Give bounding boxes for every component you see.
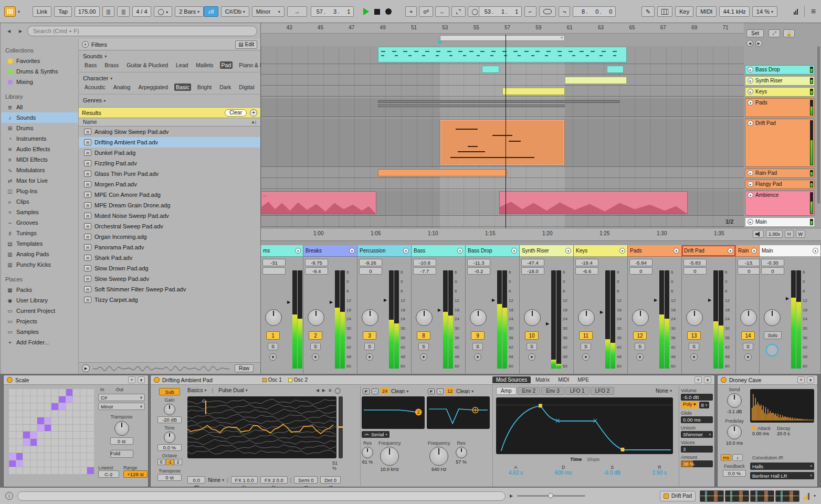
- chevron-circle-icon[interactable]: ▾: [403, 248, 409, 254]
- status-play-icon[interactable]: ▶: [510, 494, 513, 498]
- scale-grid-cell[interactable]: [80, 417, 87, 424]
- volume-display[interactable]: 0: [761, 267, 784, 275]
- beat-time-ruler[interactable]: 434547495153555759616365676971: [261, 23, 744, 34]
- track-activator-button[interactable]: 1: [266, 331, 280, 340]
- root-note-menu[interactable]: C#/Db▾: [221, 6, 249, 17]
- sidebar-item-tunings[interactable]: ♯Tunings: [1, 228, 78, 238]
- track-lane-synth-riser[interactable]: [261, 76, 744, 86]
- filter-tag-digital[interactable]: Digital: [237, 83, 256, 91]
- scale-grid-cell[interactable]: [23, 439, 30, 446]
- pan-knob[interactable]: [686, 309, 703, 326]
- scale-grid-cell[interactable]: [23, 417, 30, 424]
- scale-grid-cell[interactable]: [23, 453, 30, 460]
- draw-mode-toggle[interactable]: ⌞⌝: [451, 6, 465, 17]
- new-button[interactable]: +: [405, 6, 417, 17]
- track-header-pads[interactable]: ▾Pads: [745, 98, 815, 117]
- scale-grid-cell[interactable]: [51, 417, 58, 424]
- results-column-header[interactable]: Name ▲|: [79, 118, 260, 127]
- sidebar-item-templates[interactable]: ▤Templates: [1, 238, 78, 249]
- scale-grid-cell[interactable]: [45, 411, 51, 417]
- volume-display[interactable]: 0: [629, 267, 652, 275]
- list-item[interactable]: ▤Drifting Ambient Pad.adv: [79, 137, 260, 148]
- scale-grid-cell[interactable]: [51, 425, 58, 432]
- scale-grid-cell[interactable]: [87, 403, 94, 410]
- scale-grid-cell[interactable]: [45, 467, 51, 474]
- list-item[interactable]: ▤Glass Thin Pure Pad.adv: [79, 169, 260, 179]
- link-button[interactable]: Link: [33, 6, 51, 17]
- scale-grid-cell[interactable]: [9, 417, 16, 424]
- save-preset-icon[interactable]: ▾: [704, 376, 711, 383]
- loop-start-display[interactable]: 53. 1. 1: [479, 6, 522, 17]
- device-activator-toggle[interactable]: [721, 377, 727, 383]
- scale-grid-cell[interactable]: [59, 453, 66, 460]
- scale-grid-cell[interactable]: [45, 446, 51, 453]
- zoom-level-display[interactable]: 1.00x: [766, 230, 783, 238]
- scale-grid-cell[interactable]: [87, 411, 94, 417]
- list-item[interactable]: ▤Slow Sweep Pad.adv: [79, 274, 260, 284]
- sidebar-item-drums[interactable]: ⊞Drums: [1, 123, 78, 133]
- scale-grid-cell[interactable]: [45, 460, 51, 467]
- sidebar-item-modulators[interactable]: ∿Modulators: [1, 165, 78, 175]
- punch-out-toggle[interactable]: ¬: [559, 6, 570, 17]
- filter-tag-analog[interactable]: Analog: [112, 83, 132, 91]
- scale-grid-cell[interactable]: [37, 425, 44, 432]
- scale-grid-cell[interactable]: [59, 403, 66, 410]
- sidebar-item-current-project[interactable]: ▭Current Project: [1, 306, 78, 316]
- ms-mode-button[interactable]: ms: [721, 454, 731, 461]
- chevron-circle-icon[interactable]: ▾: [295, 248, 301, 254]
- pan-knob[interactable]: [632, 309, 649, 326]
- track-header-main[interactable]: ▸Main: [745, 217, 815, 227]
- filter2-res-knob[interactable]: [456, 447, 467, 458]
- pan-knob[interactable]: [470, 309, 487, 326]
- solo-button[interactable]: S: [635, 343, 645, 350]
- scale-grid-cell[interactable]: [16, 453, 23, 460]
- scale-grid-cell[interactable]: [23, 467, 30, 474]
- scale-grid-cell[interactable]: [9, 439, 16, 446]
- scale-grid-cell[interactable]: [87, 446, 94, 453]
- solo-button[interactable]: S: [581, 343, 591, 350]
- pan-knob[interactable]: [362, 309, 378, 326]
- info-icon[interactable]: i: [5, 492, 13, 500]
- tempo-display[interactable]: 175.00: [75, 6, 100, 17]
- tone-knob[interactable]: [164, 432, 175, 443]
- time-ruler[interactable]: 1.00x H W 1:001:051:101:151:201:251:301:…: [261, 228, 821, 240]
- send-value[interactable]: -3.1 dB: [721, 409, 748, 414]
- pan-knob[interactable]: [578, 309, 595, 326]
- loop-toggle[interactable]: [539, 6, 556, 17]
- transpose-value[interactable]: 0 st: [110, 437, 133, 445]
- metronome-toggle[interactable]: ◯●: [154, 6, 173, 17]
- volume-fader-handle[interactable]: ▶: [438, 308, 441, 312]
- scale-grid-cell[interactable]: [37, 396, 44, 403]
- filters-collapse-icon[interactable]: ▼: [82, 41, 89, 48]
- scale-grid-cell[interactable]: [66, 411, 73, 417]
- lock-envelopes-icon[interactable]: 🔒: [783, 29, 795, 37]
- list-item[interactable]: ▤Shark Pad.adv: [79, 253, 260, 263]
- scale-grid-cell[interactable]: [80, 403, 87, 410]
- scale-grid-cell[interactable]: [59, 460, 66, 467]
- volume-display[interactable]: -18.0: [521, 267, 544, 275]
- env-r-value[interactable]: 2.90 s: [652, 470, 667, 476]
- scale-grid-cell[interactable]: [30, 439, 37, 446]
- scale-grid-cell[interactable]: [9, 453, 16, 460]
- clip-thumbnails[interactable]: [700, 490, 799, 502]
- scale-base-select[interactable]: C#▾: [98, 394, 145, 401]
- track-activator-button[interactable]: 13: [687, 331, 701, 340]
- scale-grid-cell[interactable]: [45, 432, 51, 438]
- clear-filters-button[interactable]: Clear: [225, 109, 247, 117]
- scale-grid-cell[interactable]: [73, 417, 80, 424]
- volume-value[interactable]: -5.0 dB: [681, 394, 713, 401]
- scale-grid-cell[interactable]: [30, 389, 37, 396]
- current-clip-chip[interactable]: Drift Pad: [660, 491, 696, 501]
- tab-lfo-1[interactable]: LFO 1: [565, 387, 590, 395]
- scale-grid-cell[interactable]: [80, 439, 87, 446]
- arm-button[interactable]: [366, 353, 373, 361]
- track-header-ambience[interactable]: ▾Ambience: [745, 191, 815, 216]
- status-text-field[interactable]: [17, 491, 506, 501]
- fold-button[interactable]: Fold: [110, 450, 133, 458]
- pencil-icon[interactable]: ✎: [641, 6, 655, 17]
- nudge-down-button[interactable]: |||: [102, 6, 115, 17]
- prev-table-icon[interactable]: ◀: [316, 388, 319, 393]
- stop-button[interactable]: [374, 9, 380, 15]
- solo-button[interactable]: S: [418, 343, 429, 350]
- scale-grid-cell[interactable]: [37, 453, 44, 460]
